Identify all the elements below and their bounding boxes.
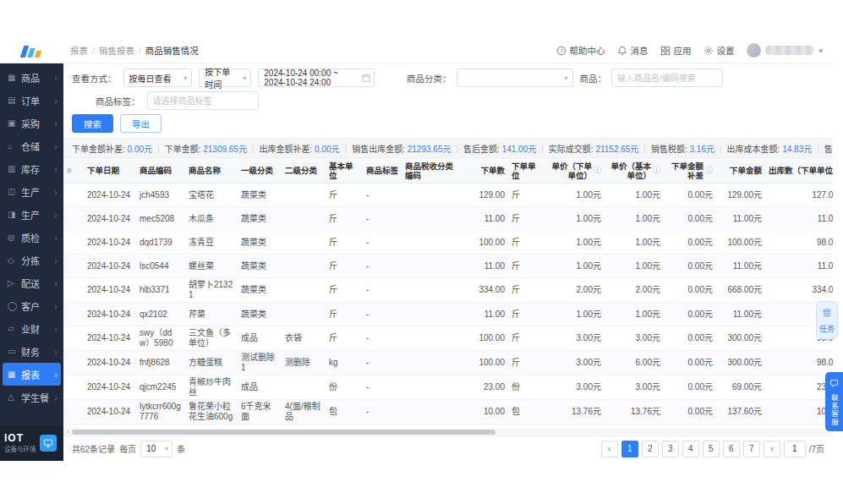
cell-order-date: 2024-10-24 bbox=[84, 212, 136, 226]
cell-price-order-unit: 3.00元 bbox=[545, 381, 605, 394]
view-mode-select[interactable]: 按每日查看 ▾ bbox=[123, 68, 193, 87]
column-header-out-qty[interactable]: 出库数（下单单位） bbox=[765, 164, 833, 177]
topbar-action-settings[interactable]: 设置 bbox=[703, 44, 734, 57]
export-button[interactable]: 导出 bbox=[120, 114, 161, 133]
table-row[interactable]: 2024-10-24lytkcrr600g7776鲁花荣小粒花生油600g6千克… bbox=[63, 400, 833, 425]
breadcrumb-item[interactable]: 报表 bbox=[70, 44, 88, 57]
page-button-6[interactable]: 6 bbox=[723, 441, 740, 457]
cell-order-amount-diff: 0.00元 bbox=[664, 405, 716, 419]
page-jump-input[interactable]: 1 bbox=[784, 441, 806, 457]
topbar-action-apps[interactable]: 应用 bbox=[660, 44, 691, 57]
sidebar-item-production2[interactable]: ◨生产› bbox=[3, 203, 61, 226]
page-button-7[interactable]: 7 bbox=[743, 441, 760, 457]
sidebar-item-warehouse[interactable]: ⌂仓储› bbox=[3, 134, 61, 157]
table-row[interactable]: 2024-10-24jch4593宝塔花蔬菜类斤-129.00斤1.00元1.0… bbox=[63, 184, 833, 207]
chevron-right-icon: › bbox=[54, 233, 57, 243]
user-menu[interactable]: ▾ bbox=[747, 43, 823, 58]
sidebar-item-reports[interactable]: ▦报表› bbox=[3, 363, 61, 386]
page-button-4[interactable]: 4 bbox=[682, 441, 699, 457]
cell-base-unit: 斤 bbox=[326, 260, 363, 273]
page-button-1[interactable]: 1 bbox=[621, 441, 638, 457]
column-header-order-date[interactable]: 下单日期 bbox=[84, 164, 136, 177]
prev-page-button[interactable]: ‹ bbox=[601, 441, 618, 457]
sidebar-item-customers[interactable]: ◯客户› bbox=[3, 294, 61, 317]
column-header-goods-name[interactable]: 商品名称 bbox=[185, 164, 238, 177]
table-row[interactable]: 2024-10-24lsc0544螺丝菜蔬菜类斤-11.00斤1.00元1.00… bbox=[63, 255, 833, 278]
sidebar-item-delivery[interactable]: ▷配送› bbox=[3, 271, 61, 294]
table-row[interactable]: 2024-10-24qx2102芹菜蔬菜类斤-11.00斤1.00元1.00元0… bbox=[63, 303, 833, 326]
contact-service-button[interactable]: 联系客服 bbox=[825, 372, 843, 431]
column-header-price-order-unit[interactable]: 单价（下单单位）ⓘ bbox=[545, 160, 605, 182]
column-header-order-unit[interactable]: 下单单位 bbox=[508, 160, 545, 182]
sidebar-item-sorting[interactable]: ◇分拣› bbox=[3, 249, 61, 271]
cell-row-filter bbox=[63, 386, 84, 389]
sidebar-item-finance[interactable]: ▭财务› bbox=[3, 340, 61, 363]
breadcrumb-item[interactable]: 销售报表 bbox=[99, 44, 134, 57]
logo[interactable] bbox=[0, 44, 63, 58]
per-page-suffix: 条 bbox=[177, 442, 185, 455]
sidebar-item-production[interactable]: ◫生产› bbox=[3, 180, 61, 203]
per-page-select[interactable]: 10 ▾ bbox=[140, 441, 172, 457]
sidebar-item-student-meal[interactable]: △学生餐› bbox=[3, 386, 61, 408]
topbar-action-message[interactable]: 消息 bbox=[617, 44, 648, 57]
cell-price-order-unit: 2.00元 bbox=[545, 283, 605, 297]
date-range-input[interactable]: 2024-10-24 00:00 ~ 2024-10-24 24:00 bbox=[258, 68, 375, 87]
cell-price-order-unit: 1.00元 bbox=[545, 212, 605, 226]
cell-goods-code: jch4593 bbox=[136, 189, 185, 202]
table-row[interactable]: 2024-10-24swy（ddw）5980三文鱼（多单位）成品衣袋斤-100.… bbox=[63, 326, 833, 351]
sidebar-item-purchase[interactable]: ▣采购› bbox=[3, 112, 61, 134]
table-row[interactable]: 2024-10-24fnfj8628方糖蛋糕测试删除1测删除kg-100.00斤… bbox=[63, 351, 833, 375]
table-row[interactable]: 2024-10-24qjcm2245青椒炒牛肉丝成品份-23.00份3.00元3… bbox=[63, 375, 833, 400]
column-header-label: 下单金额 bbox=[730, 166, 762, 175]
table-row[interactable]: 2024-10-24dqd1739冻青豆蔬菜类斤-100.00斤1.00元1.0… bbox=[63, 231, 833, 255]
next-page-button[interactable]: › bbox=[764, 441, 780, 457]
cell-category1: 成品 bbox=[238, 381, 282, 394]
sidebar-item-inventory[interactable]: ▥库存› bbox=[3, 157, 61, 180]
breadcrumb-item[interactable]: 商品销售情况 bbox=[145, 44, 199, 57]
column-header-category1[interactable]: 一级分类 bbox=[238, 164, 282, 177]
column-header-goods-code[interactable]: 商品编码 bbox=[136, 164, 185, 177]
scrollbar-thumb[interactable] bbox=[72, 430, 495, 435]
topbar-action-help[interactable]: ?帮助中心 bbox=[556, 44, 605, 57]
column-header-order-qty[interactable]: 下单数 bbox=[464, 164, 508, 177]
goods-tag-input[interactable] bbox=[147, 91, 259, 110]
column-header-goods-tag[interactable]: 商品标签 bbox=[363, 164, 402, 177]
orders-icon: ▤ bbox=[8, 96, 19, 105]
column-header-order-amount-diff[interactable]: 下单金额补差ⓘ bbox=[664, 160, 716, 182]
column-header-category2[interactable]: 二级分类 bbox=[282, 164, 326, 177]
sidebar-item-biz-finance[interactable]: ▱业财› bbox=[3, 317, 61, 340]
calendar-icon bbox=[362, 74, 370, 82]
page-button-2[interactable]: 2 bbox=[642, 441, 659, 457]
sidebar-item-goods[interactable]: ▦商品› bbox=[3, 66, 61, 89]
cell-goods-name: 方糖蛋糕 bbox=[185, 356, 238, 370]
cell-order-qty: 11.00 bbox=[464, 212, 508, 226]
search-button[interactable]: 搜索 bbox=[72, 114, 113, 133]
sidebar-item-label: 订单 bbox=[21, 94, 54, 107]
column-header-order-amount[interactable]: 下单金额 bbox=[716, 164, 765, 177]
task-panel-button[interactable]: 任务 bbox=[816, 301, 838, 339]
per-page-value: 10 bbox=[146, 444, 156, 453]
time-type-select[interactable]: 按下单时间 ▾ bbox=[199, 68, 251, 87]
topbar-action-label: 应用 bbox=[673, 44, 691, 57]
goods-search-input[interactable] bbox=[611, 68, 723, 87]
sidebar-item-quality[interactable]: ◎质检› bbox=[3, 226, 61, 249]
filter-icon[interactable]: ≡ bbox=[67, 166, 72, 175]
summary-bar: 下单金额补差: 0.00元|下单金额: 21309.65元|出库金额补差: 0.… bbox=[63, 138, 833, 158]
column-header-price-base-unit[interactable]: 单价（基本单位）ⓘ bbox=[605, 160, 664, 182]
scroll-left-icon[interactable]: ‹ bbox=[63, 429, 72, 436]
summary-divider: | bbox=[643, 144, 646, 153]
category-select[interactable]: ▾ bbox=[457, 68, 573, 87]
summary-label: 售后成本: bbox=[824, 145, 833, 154]
page-button-3[interactable]: 3 bbox=[662, 441, 679, 457]
table-row[interactable]: 2024-10-24mec5208木瓜条蔬菜类斤-11.00斤1.00元1.00… bbox=[63, 207, 833, 231]
horizontal-scrollbar[interactable]: ‹ bbox=[63, 429, 833, 436]
info-icon: ⓘ bbox=[705, 166, 713, 175]
sidebar-item-orders[interactable]: ▤订单› bbox=[3, 89, 61, 112]
column-header-tax-code[interactable]: 商品税收分类编码 bbox=[402, 160, 464, 182]
table-row[interactable]: 2024-10-24hlb3371胡萝卜21321蔬菜类斤-334.00斤2.0… bbox=[63, 278, 833, 303]
iot-badge[interactable]: IOT 设备与环境 bbox=[0, 425, 63, 461]
column-header-base-unit[interactable]: 基本单位 bbox=[326, 160, 363, 182]
pagination-pages: 1234567 bbox=[621, 441, 760, 457]
page-button-5[interactable]: 5 bbox=[703, 441, 720, 457]
column-header-row-filter[interactable]: ≡ bbox=[63, 164, 84, 177]
